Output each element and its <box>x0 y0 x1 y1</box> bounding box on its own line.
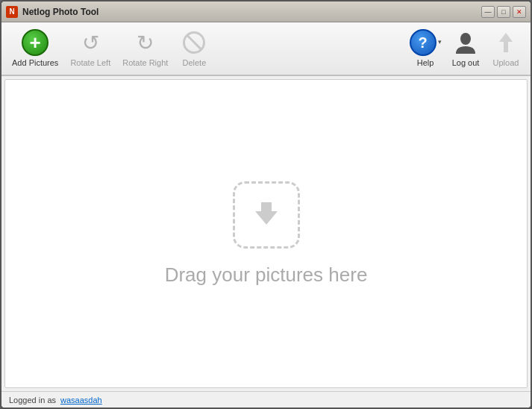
add-pictures-icon: + <box>22 29 48 56</box>
logout-label: Log out <box>452 58 480 67</box>
drop-box <box>233 181 300 249</box>
upload-label: Upload <box>493 58 519 67</box>
help-label: Help <box>417 58 434 67</box>
rotate-left-label: Rotate Left <box>70 58 110 67</box>
upload-button[interactable]: Upload <box>487 26 525 70</box>
help-with-dropdown: ? ▾ <box>410 29 442 56</box>
toolbar: + Add Pictures ↺ Rotate Left ↻ Rotate Ri… <box>1 22 531 76</box>
application-window: N Netlog Photo Tool — □ ✕ + Add Pictures… <box>0 0 532 409</box>
upload-svg <box>493 30 519 55</box>
help-button[interactable]: ? ▾ Help <box>407 26 444 70</box>
main-content-area: Drag your pictures here <box>4 79 528 388</box>
app-icon: N <box>6 6 18 18</box>
svg-marker-1 <box>499 33 513 52</box>
rotate-right-icon: ↻ <box>132 29 159 56</box>
logout-svg <box>453 30 478 55</box>
delete-label: Delete <box>182 58 206 67</box>
drop-zone-icon <box>233 181 300 249</box>
help-dropdown-arrow: ▾ <box>438 38 442 46</box>
maximize-button[interactable]: □ <box>497 6 510 18</box>
drag-instructions-text: Drag your pictures here <box>165 263 368 287</box>
minimize-button[interactable]: — <box>481 6 495 18</box>
add-pictures-label: Add Pictures <box>12 58 58 67</box>
status-bar: Logged in as wasaasdah <box>1 391 531 408</box>
help-circle-icon: ? <box>410 29 436 56</box>
window-controls: — □ ✕ <box>481 6 526 18</box>
rotate-left-button[interactable]: ↺ Rotate Left <box>66 26 115 70</box>
help-icon-container: ? ▾ <box>412 29 439 56</box>
rotate-right-button[interactable]: ↻ Rotate Right <box>118 26 172 70</box>
logout-button[interactable]: Log out <box>447 26 484 70</box>
title-bar-left: N Netlog Photo Tool <box>6 6 98 18</box>
add-circle-icon: + <box>22 29 48 56</box>
toolbar-left: + Add Pictures ↺ Rotate Left ↻ Rotate Ri… <box>7 26 404 70</box>
upload-icon <box>492 29 519 56</box>
title-bar: N Netlog Photo Tool — □ ✕ <box>1 1 531 22</box>
svg-marker-2 <box>255 202 278 225</box>
add-pictures-button[interactable]: + Add Pictures <box>7 26 63 70</box>
svg-point-0 <box>460 33 471 45</box>
window-title: Netlog Photo Tool <box>22 7 98 17</box>
delete-icon <box>181 29 207 56</box>
download-arrow-icon <box>248 196 285 234</box>
rotate-right-label: Rotate Right <box>122 58 168 67</box>
rotate-left-icon: ↺ <box>77 29 104 56</box>
logout-icon <box>452 29 479 56</box>
toolbar-right: ? ▾ Help Log out <box>407 26 525 70</box>
username-link[interactable]: wasaasdah <box>60 396 102 405</box>
logged-in-text: Logged in as <box>9 396 56 405</box>
delete-button[interactable]: Delete <box>175 26 213 70</box>
close-button[interactable]: ✕ <box>513 6 526 18</box>
